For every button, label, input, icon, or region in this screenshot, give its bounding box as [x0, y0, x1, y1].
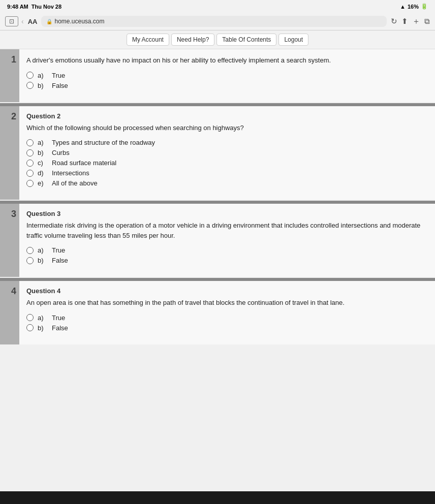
status-bar: 9:48 AM Thu Nov 28 ▲ 16% 🔋 [0, 0, 435, 13]
radio-4a[interactable] [26, 314, 34, 321]
radio-1a[interactable] [26, 72, 34, 79]
wifi-icon: ▲ [400, 4, 406, 10]
option-2d: d) Intersections [26, 169, 425, 177]
radio-2d[interactable] [26, 170, 34, 177]
option-2e: e) All of the above [26, 179, 425, 187]
status-left: 9:48 AM Thu Nov 28 [7, 4, 61, 10]
question-content-3: Question 3 Intermediate risk driving is … [19, 204, 435, 277]
option-3a: a) True [26, 246, 425, 254]
radio-2c[interactable] [26, 160, 34, 167]
question-content-1: A driver's emotions usually have no impa… [19, 49, 435, 102]
main-content: 1 A driver's emotions usually have no im… [0, 49, 435, 491]
tab-logout[interactable]: Logout [278, 34, 308, 46]
question-content-4: Question 4 An open area is one that has … [19, 281, 435, 344]
tab-switcher-button[interactable]: ⊡ [5, 16, 18, 26]
battery-level: 16% [408, 4, 419, 10]
question-text-2: Which of the following should be process… [26, 123, 425, 133]
question-label-2: Question 2 [26, 112, 425, 120]
tab-table-of-contents[interactable]: Table Of Contents [216, 34, 276, 46]
browser-bar: ⊡ ‹ AA 🔒 home.uceusa.com ↻ ⬆ ＋ ⧉ [0, 13, 435, 30]
reload-button[interactable]: ↻ [391, 17, 397, 26]
question-number-4: 4 [0, 281, 19, 344]
status-right: ▲ 16% 🔋 [400, 3, 428, 10]
nav-tabs: My Account Need Help? Table Of Contents … [0, 30, 435, 49]
option-3b: b) False [26, 257, 425, 264]
option-1b: b) False [26, 82, 425, 89]
text-size-button[interactable]: AA [28, 18, 38, 25]
add-tab-button[interactable]: ＋ [412, 16, 420, 27]
radio-1b[interactable] [26, 82, 34, 89]
status-day: Thu Nov 28 [32, 4, 61, 10]
question-text-1: A driver's emotions usually have no impa… [26, 55, 425, 66]
question-block-1: 1 A driver's emotions usually have no im… [0, 49, 435, 102]
option-4b: b) False [26, 324, 425, 332]
tab-switcher-icon: ⊡ [9, 18, 14, 25]
tab-need-help[interactable]: Need Help? [171, 34, 214, 46]
battery-icon: 🔋 [421, 3, 428, 10]
lock-icon: 🔒 [46, 19, 52, 24]
back-button[interactable]: ‹ [21, 17, 24, 25]
url-text: home.uceusa.com [54, 18, 104, 25]
radio-2b[interactable] [26, 149, 34, 156]
radio-2a[interactable] [26, 139, 34, 146]
radio-2e[interactable] [26, 180, 34, 187]
device-frame: 9:48 AM Thu Nov 28 ▲ 16% 🔋 ⊡ ‹ AA 🔒 home… [0, 0, 435, 504]
option-4a: a) True [26, 314, 425, 322]
option-1a: a) True [26, 72, 425, 79]
question-number-1: 1 [0, 49, 19, 102]
question-content-2: Question 2 Which of the following should… [19, 106, 435, 200]
radio-3a[interactable] [26, 247, 34, 254]
tab-my-account[interactable]: My Account [127, 34, 169, 46]
option-2c: c) Road surface material [26, 159, 425, 167]
url-bar[interactable]: 🔒 home.uceusa.com [41, 16, 387, 27]
question-label-3: Question 3 [26, 210, 425, 217]
question-text-3: Intermediate risk driving is the operati… [26, 220, 425, 240]
browser-controls: ⊡ ‹ [5, 16, 24, 26]
share-button[interactable]: ⬆ [401, 17, 408, 26]
radio-4b[interactable] [26, 324, 34, 331]
question-text-4: An open area is one that has something i… [26, 298, 425, 308]
question-label-4: Question 4 [26, 287, 425, 295]
question-block-3: 3 Question 3 Intermediate risk driving i… [0, 204, 435, 277]
question-block-4: 4 Question 4 An open area is one that ha… [0, 281, 435, 344]
option-2a: a) Types and structure of the roadway [26, 139, 425, 146]
option-2b: b) Curbs [26, 149, 425, 156]
question-block-2: 2 Question 2 Which of the following shou… [0, 106, 435, 200]
question-number-2: 2 [0, 106, 19, 200]
browser-actions: ↻ ⬆ ＋ ⧉ [391, 16, 430, 27]
radio-3b[interactable] [26, 257, 34, 264]
status-time: 9:48 AM [7, 4, 28, 10]
tabs-button[interactable]: ⧉ [424, 17, 430, 26]
question-number-3: 3 [0, 204, 19, 277]
